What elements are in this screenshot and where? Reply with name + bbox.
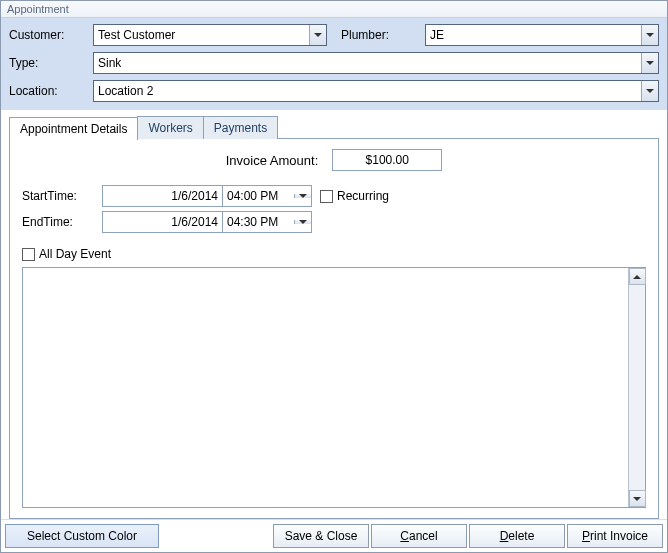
- chevron-down-icon: [646, 61, 654, 65]
- location-combo[interactable]: [93, 80, 659, 102]
- save-and-close-button[interactable]: Save & Close: [273, 524, 369, 548]
- customer-combo[interactable]: [93, 24, 327, 46]
- location-label: Location:: [9, 84, 79, 98]
- recurring-checkbox[interactable]: [320, 190, 333, 203]
- tab-payments[interactable]: Payments: [203, 116, 278, 139]
- customer-input[interactable]: [94, 25, 309, 45]
- chevron-down-icon: [633, 497, 641, 501]
- tab-appointment-details[interactable]: Appointment Details: [9, 117, 138, 140]
- header-form: Customer: Plumber: Type: Location:: [1, 18, 667, 110]
- plumber-combo[interactable]: [425, 24, 659, 46]
- type-input[interactable]: [94, 53, 641, 73]
- invoice-amount-label: Invoice Amount:: [226, 153, 319, 168]
- start-time-input[interactable]: [223, 189, 294, 203]
- appointment-details-panel: Invoice Amount: $100.00 StartTime: Recur…: [9, 138, 659, 519]
- chevron-up-icon: [633, 275, 641, 279]
- end-date-input[interactable]: [103, 215, 222, 229]
- start-date-input[interactable]: [103, 189, 222, 203]
- recurring-label: Recurring: [337, 189, 389, 203]
- type-label: Type:: [9, 56, 79, 70]
- tabstrip: Appointment Details Workers Payments: [9, 116, 659, 139]
- recurring-checkbox-group: Recurring: [320, 189, 646, 203]
- start-time-dropdown-button[interactable]: [294, 194, 311, 198]
- plumber-dropdown-button[interactable]: [641, 25, 658, 45]
- start-time-label: StartTime:: [22, 189, 102, 203]
- notes-container: [22, 267, 646, 508]
- delete-button[interactable]: Delete: [469, 524, 565, 548]
- scroll-up-button[interactable]: [629, 268, 646, 285]
- chevron-down-icon: [646, 33, 654, 37]
- end-time-input[interactable]: [223, 215, 294, 229]
- type-dropdown-button[interactable]: [641, 53, 658, 73]
- chevron-down-icon: [299, 194, 307, 198]
- appointment-dialog: Appointment Customer: Plumber: Type: Loc…: [0, 0, 668, 553]
- notes-textarea[interactable]: [23, 268, 628, 507]
- start-date-field[interactable]: [102, 185, 222, 207]
- all-day-label: All Day Event: [39, 247, 111, 261]
- location-dropdown-button[interactable]: [641, 81, 658, 101]
- window-title: Appointment: [1, 1, 667, 18]
- location-input[interactable]: [94, 81, 641, 101]
- plumber-label: Plumber:: [341, 28, 411, 42]
- chevron-down-icon: [299, 220, 307, 224]
- invoice-amount-field[interactable]: $100.00: [332, 149, 442, 171]
- scroll-down-button[interactable]: [629, 490, 646, 507]
- tab-workers[interactable]: Workers: [137, 116, 203, 139]
- select-custom-color-button[interactable]: Select Custom Color: [5, 524, 159, 548]
- print-invoice-button[interactable]: Print Invoice: [567, 524, 663, 548]
- end-time-dropdown-button[interactable]: [294, 220, 311, 224]
- start-time-field[interactable]: [222, 185, 312, 207]
- plumber-input[interactable]: [426, 25, 641, 45]
- type-combo[interactable]: [93, 52, 659, 74]
- all-day-checkbox-group: All Day Event: [22, 247, 646, 261]
- cancel-button[interactable]: Cancel: [371, 524, 467, 548]
- tabs-area: Appointment Details Workers Payments Inv…: [1, 110, 667, 519]
- chevron-down-icon: [646, 89, 654, 93]
- end-date-field[interactable]: [102, 211, 222, 233]
- end-time-field[interactable]: [222, 211, 312, 233]
- footer-button-bar: Select Custom Color Save & Close Cancel …: [1, 519, 667, 552]
- end-time-label: EndTime:: [22, 215, 102, 229]
- customer-dropdown-button[interactable]: [309, 25, 326, 45]
- chevron-down-icon: [314, 33, 322, 37]
- all-day-checkbox[interactable]: [22, 248, 35, 261]
- customer-label: Customer:: [9, 28, 79, 42]
- notes-scrollbar[interactable]: [628, 268, 645, 507]
